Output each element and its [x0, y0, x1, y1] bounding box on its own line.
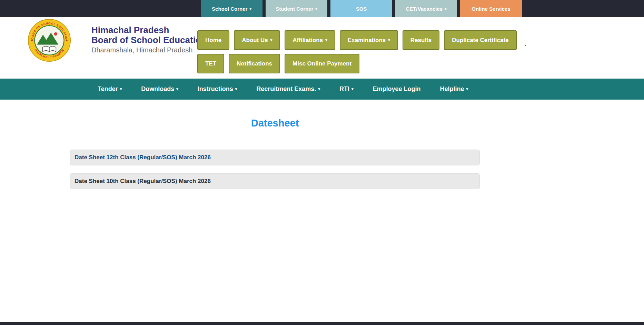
datesheet-link-12th-class[interactable]: Date Sheet 12th Class (Regular/SOS) Marc…	[70, 150, 480, 165]
nav-helpline-label: Helpline	[440, 85, 464, 93]
caret-down-icon: ▾	[466, 87, 468, 91]
nav-tender[interactable]: Tender ▾	[98, 85, 122, 93]
nav-employee-login-label: Employee Login	[373, 85, 420, 93]
tab-student-corner[interactable]: Student Corner ▾	[266, 0, 327, 17]
menu-duplicate-certificate-label: Duplicate Certificate	[452, 37, 508, 44]
trailing-dot-text: .	[524, 41, 526, 48]
datesheet-link-10th-class[interactable]: Date Sheet 10th Class (Regular/SOS) Marc…	[70, 173, 480, 189]
tab-school-corner[interactable]: School Corner ▾	[201, 0, 262, 17]
menu-examinations-label: Examinations	[348, 37, 386, 44]
menu-tet-button[interactable]: TET	[197, 54, 224, 73]
caret-down-icon: ▾	[270, 38, 273, 42]
main-content: Datesheet Date Sheet 12th Class (Regular…	[0, 100, 644, 322]
menu-home-label: Home	[205, 37, 221, 44]
board-seal-logo: BOARD OF SCHOOL EDUCATION HIMACHAL PRADE…	[28, 19, 71, 62]
caret-down-icon: ▾	[318, 87, 320, 91]
menu-affiliations-button[interactable]: Affiliations ▾	[285, 30, 335, 50]
tab-sos[interactable]: SOS	[330, 0, 392, 17]
tab-cet-vacancies-label: CET/Vacancies	[406, 6, 443, 12]
main-menu-row-2: TET Notifications Misc Online Payment	[197, 54, 528, 73]
menu-duplicate-certificate-button[interactable]: Duplicate Certificate	[444, 30, 516, 50]
datesheet-list: Date Sheet 12th Class (Regular/SOS) Marc…	[70, 150, 480, 189]
caret-down-icon: ▾	[388, 38, 390, 42]
tab-cet-vacancies[interactable]: CET/Vacancies ▾	[395, 0, 457, 17]
menu-home-button[interactable]: Home	[197, 30, 229, 50]
tab-school-corner-label: School Corner	[212, 6, 247, 12]
footer-bar	[0, 322, 644, 325]
caret-down-icon: ▾	[445, 7, 447, 11]
caret-down-icon: ▾	[120, 87, 122, 91]
main-menu-row-1: Home About Us ▾ Affiliations ▾ Examinati…	[197, 30, 528, 50]
nav-recruitment-exams[interactable]: Recruitment Exams. ▾	[256, 85, 320, 93]
menu-notifications-button[interactable]: Notifications	[229, 54, 280, 73]
main-menu: Home About Us ▾ Affiliations ▾ Examinati…	[197, 30, 528, 73]
tab-student-corner-label: Student Corner	[276, 6, 313, 12]
nav-employee-login[interactable]: Employee Login	[373, 85, 420, 93]
page-title: Datesheet	[70, 100, 480, 129]
menu-affiliations-label: Affiliations	[293, 37, 323, 44]
org-title-block: Himachal Pradesh Board of School Educati…	[91, 25, 207, 54]
menu-results-label: Results	[410, 37, 432, 44]
nav-tender-label: Tender	[98, 85, 118, 93]
nav-rti-label: RTI	[339, 85, 349, 93]
nav-helpline[interactable]: Helpline ▾	[440, 85, 468, 93]
caret-down-icon: ▾	[235, 87, 237, 91]
logo-sun	[54, 32, 58, 36]
datesheet-link-12th-class-label: Date Sheet 12th Class (Regular/SOS) Marc…	[75, 154, 211, 161]
menu-misc-online-payment-label: Misc Online Payment	[293, 60, 351, 67]
menu-examinations-button[interactable]: Examinations ▾	[340, 30, 398, 50]
tab-online-services[interactable]: Online Services	[460, 0, 522, 17]
caret-down-icon: ▾	[249, 7, 251, 11]
org-name-line1: Himachal Pradesh	[91, 25, 207, 35]
site-header: BOARD OF SCHOOL EDUCATION HIMACHAL PRADE…	[0, 17, 644, 79]
tab-sos-label: SOS	[356, 6, 367, 12]
menu-about-us-label: About Us	[242, 37, 268, 44]
caret-down-icon: ▾	[315, 7, 317, 11]
datesheet-link-10th-class-label: Date Sheet 10th Class (Regular/SOS) Marc…	[75, 178, 211, 185]
logo-dot-right	[66, 40, 68, 41]
logo-dot-left	[31, 40, 33, 41]
menu-notifications-label: Notifications	[237, 60, 272, 67]
nav-instructions[interactable]: Instructions ▾	[198, 85, 237, 93]
caret-down-icon: ▾	[176, 87, 178, 91]
menu-tet-label: TET	[205, 60, 216, 67]
org-name-line2: Board of School Education	[91, 35, 207, 45]
org-location: Dharamshala, Himachal Pradesh	[91, 46, 207, 54]
caret-down-icon: ▾	[351, 87, 354, 91]
nav-rti[interactable]: RTI ▾	[339, 85, 354, 93]
top-utility-bar: School Corner ▾ Student Corner ▾ SOS CET…	[0, 0, 644, 17]
nav-recruitment-exams-label: Recruitment Exams.	[256, 85, 316, 93]
menu-misc-online-payment-button[interactable]: Misc Online Payment	[285, 54, 359, 73]
caret-down-icon: ▾	[325, 38, 327, 42]
menu-results-button[interactable]: Results	[403, 30, 439, 50]
tab-online-services-label: Online Services	[472, 6, 511, 12]
secondary-navbar: Tender ▾ Downloads ▾ Instructions ▾ Recr…	[0, 79, 644, 100]
nav-downloads[interactable]: Downloads ▾	[141, 85, 178, 93]
nav-downloads-label: Downloads	[141, 85, 174, 93]
nav-instructions-label: Instructions	[198, 85, 233, 93]
menu-about-us-button[interactable]: About Us ▾	[234, 30, 280, 50]
